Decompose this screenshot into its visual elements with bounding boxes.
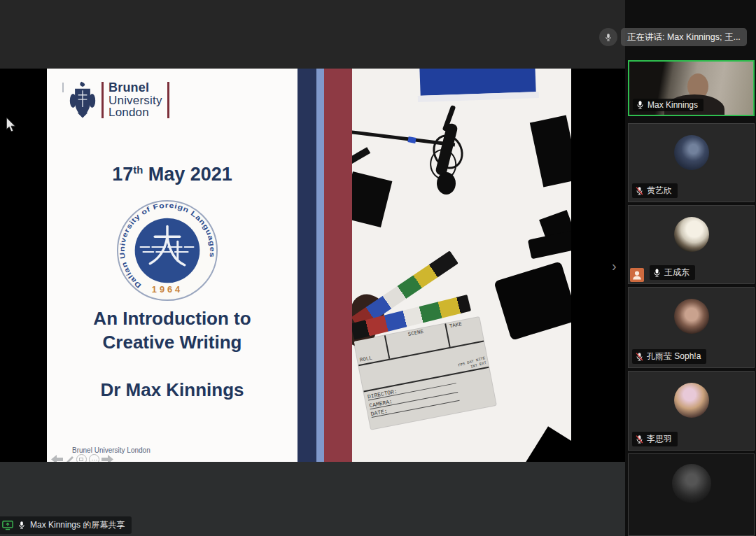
avatar <box>672 464 711 503</box>
clapper-scene-label: SCENE <box>407 329 424 337</box>
avatar <box>674 217 709 252</box>
logo-divider-right <box>167 82 169 118</box>
participant-tile-li-siyu[interactable]: 李思羽 <box>628 371 755 451</box>
blue-object <box>419 69 536 96</box>
boom-clip <box>407 136 416 143</box>
brunel-wordmark: Brunel University London <box>108 81 162 119</box>
logo-tick <box>62 83 64 92</box>
slide-stripe-navy <box>298 69 316 462</box>
mic-on-icon <box>652 268 662 278</box>
slide-title: An Introduction to Creative Writing <box>47 306 298 354</box>
shared-screen: Brunel University London 17th May 2021 D… <box>0 69 625 462</box>
light-flag-left <box>352 171 392 227</box>
participant-name: 李思羽 <box>647 433 672 445</box>
participant-tile-max-kinnings[interactable]: Max Kinnings <box>628 60 755 116</box>
mic-on-icon <box>636 100 645 110</box>
clapperboard: ROLL SCENE TAKE FPS DAY NITE INT EXT DIR… <box>354 277 495 439</box>
participant-tile-wang-chengdong[interactable]: 王成东 <box>628 205 755 284</box>
participant-name-tag: 王成东 <box>650 265 695 280</box>
clapper-take-label: TAKE <box>449 321 462 329</box>
slide-footer: Brunel University London <box>72 446 150 454</box>
slide-stripe-blue <box>316 69 324 462</box>
avatar <box>674 299 709 334</box>
presentation-slide: Brunel University London 17th May 2021 D… <box>47 69 298 462</box>
avatar <box>674 135 709 170</box>
participant-tile-huang-yixin[interactable]: 黄艺欣 <box>628 123 755 202</box>
light-flag-arm <box>352 147 370 165</box>
top-bar <box>0 0 625 69</box>
speaking-indicator: 正在讲话: Max Kinnings; 王... <box>599 28 747 46</box>
participant-name: 黄艺欣 <box>647 185 672 197</box>
mic-windscreen <box>437 172 456 195</box>
mic-muted-icon <box>635 352 644 362</box>
logo-divider <box>102 82 104 118</box>
slide-date: 17th May 2021 <box>47 164 298 185</box>
participant-name-tag: 黄艺欣 <box>632 183 678 198</box>
participant-name-tag: 李思羽 <box>632 432 678 446</box>
camera-lens <box>528 231 571 260</box>
light-flag-right <box>530 115 571 188</box>
studio-photo: ROLL SCENE TAKE FPS DAY NITE INT EXT DIR… <box>352 69 571 462</box>
participant-name-tag: Max Kinnings <box>633 99 704 111</box>
participant-name: 孔雨莹 Soph!a <box>647 351 701 362</box>
screen-share-label: Max Kinnings 的屏幕共享 <box>30 519 125 531</box>
dalian-university-seal-logo: Dalian University of Foreign Languages 1… <box>115 199 219 302</box>
speaking-indicator-text: 正在讲话: Max Kinnings; 王... <box>621 28 747 46</box>
participant-name-tag: 孔雨莹 Soph!a <box>632 349 706 364</box>
screen-share-status: Max Kinnings 的屏幕共享 <box>0 516 132 534</box>
sidebar-collapse-chevron-icon[interactable]: › <box>612 258 617 274</box>
participant-tile-partial[interactable] <box>628 453 755 536</box>
dark-corner <box>526 426 571 462</box>
mic-muted-icon <box>635 186 644 196</box>
mic-muted-icon <box>635 435 644 444</box>
participant-name: Max Kinnings <box>648 100 698 110</box>
clapper-roll-label: ROLL <box>359 355 372 362</box>
speaking-mic-icon <box>599 28 617 46</box>
mouse-cursor-icon <box>6 118 16 132</box>
slide-stripe-maroon <box>324 69 352 462</box>
brunel-logo: Brunel University London <box>62 80 169 120</box>
participant-badge-icon <box>630 268 644 282</box>
avatar <box>674 383 709 418</box>
screen-share-icon <box>2 520 13 530</box>
participant-name: 王成东 <box>664 267 690 278</box>
slide-presenter: Dr Max Kinnings <box>47 379 298 401</box>
brunel-crest-icon <box>69 80 97 120</box>
svg-text:1964: 1964 <box>152 284 183 295</box>
mic-on-icon <box>18 521 26 530</box>
camera-monitor <box>493 261 571 340</box>
participant-tile-kong-yuying[interactable]: 孔雨莹 Soph!a <box>628 287 755 368</box>
